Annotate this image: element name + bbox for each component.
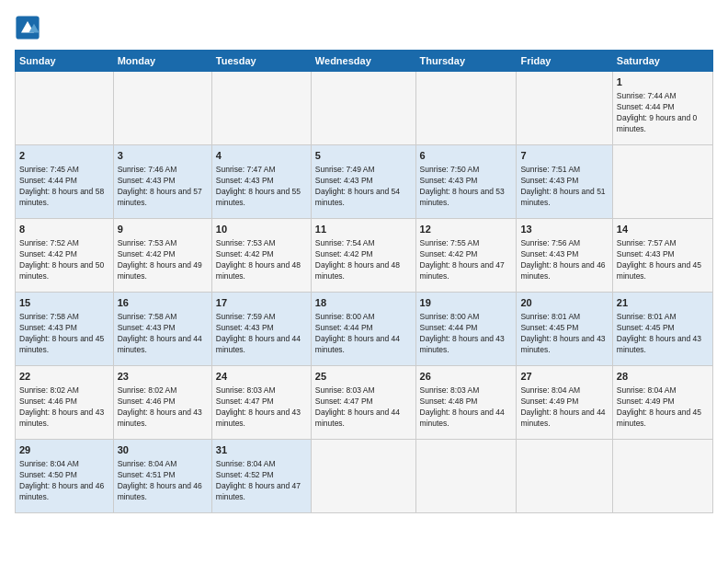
day-number: 2 — [19, 149, 109, 163]
sunset-label: Sunset: 4:43 PM — [118, 176, 176, 185]
daylight-label: Daylight: 8 hours and 46 minutes. — [19, 481, 104, 501]
daylight-label: Daylight: 8 hours and 44 minutes. — [315, 408, 400, 428]
sunset-label: Sunset: 4:49 PM — [520, 396, 578, 406]
sunrise-label: Sunrise: 8:04 AM — [19, 459, 79, 468]
sunset-label: Sunset: 4:51 PM — [118, 470, 176, 479]
calendar-header-cell: Friday — [517, 51, 612, 72]
calendar-body: 1Sunrise: 7:44 AMSunset: 4:44 PMDaylight… — [16, 72, 713, 513]
day-number: 16 — [118, 296, 208, 310]
calendar-day-cell: 8Sunrise: 7:52 AMSunset: 4:42 PMDaylight… — [16, 219, 114, 293]
day-number: 26 — [420, 370, 513, 384]
daylight-label: Daylight: 8 hours and 48 minutes. — [315, 260, 400, 281]
day-number: 12 — [420, 223, 513, 236]
sunrise-label: Sunrise: 8:03 AM — [315, 385, 375, 395]
day-number: 21 — [617, 296, 709, 310]
calendar-day-cell: 5Sunrise: 7:49 AMSunset: 4:43 PMDaylight… — [311, 145, 415, 219]
daylight-label: Daylight: 8 hours and 43 minutes. — [420, 334, 505, 354]
daylight-label: Daylight: 8 hours and 43 minutes. — [520, 334, 605, 354]
day-number: 20 — [520, 296, 608, 310]
day-number: 28 — [617, 370, 709, 384]
sunset-label: Sunset: 4:44 PM — [19, 176, 77, 185]
sunrise-label: Sunrise: 8:04 AM — [216, 459, 276, 468]
day-number: 22 — [19, 370, 109, 384]
calendar-day-cell: 18Sunrise: 8:00 AMSunset: 4:44 PMDayligh… — [311, 293, 415, 366]
daylight-label: Daylight: 8 hours and 45 minutes. — [617, 408, 701, 428]
calendar-day-cell: 19Sunrise: 8:00 AMSunset: 4:44 PMDayligh… — [415, 293, 517, 366]
sunrise-label: Sunrise: 7:50 AM — [420, 165, 480, 174]
calendar-week-row: 22Sunrise: 8:02 AMSunset: 4:46 PMDayligh… — [16, 366, 713, 440]
sunrise-label: Sunrise: 8:04 AM — [520, 385, 580, 395]
calendar-day-cell: 22Sunrise: 8:02 AMSunset: 4:46 PMDayligh… — [16, 366, 114, 440]
sunset-label: Sunset: 4:50 PM — [19, 470, 77, 479]
day-number: 24 — [216, 370, 307, 384]
sunrise-label: Sunrise: 8:00 AM — [315, 312, 375, 321]
calendar-day-cell — [415, 72, 517, 145]
sunrise-label: Sunrise: 7:58 AM — [19, 312, 79, 321]
sunset-label: Sunset: 4:44 PM — [315, 323, 373, 332]
sunset-label: Sunset: 4:42 PM — [19, 249, 77, 259]
calendar-day-cell: 30Sunrise: 8:04 AMSunset: 4:51 PMDayligh… — [113, 440, 211, 513]
day-number: 14 — [617, 223, 709, 236]
sunrise-label: Sunrise: 7:51 AM — [520, 165, 580, 174]
day-number: 17 — [216, 296, 307, 310]
daylight-label: Daylight: 8 hours and 46 minutes. — [118, 481, 202, 501]
day-number: 8 — [19, 223, 109, 236]
calendar-day-cell: 17Sunrise: 7:59 AMSunset: 4:43 PMDayligh… — [211, 293, 311, 366]
sunset-label: Sunset: 4:43 PM — [315, 176, 373, 185]
calendar-day-cell: 13Sunrise: 7:56 AMSunset: 4:43 PMDayligh… — [517, 219, 612, 293]
sunset-label: Sunset: 4:44 PM — [420, 323, 478, 332]
calendar-day-cell: 20Sunrise: 8:01 AMSunset: 4:45 PMDayligh… — [517, 293, 612, 366]
calendar-day-cell — [415, 440, 517, 513]
day-number: 7 — [520, 149, 608, 163]
sunset-label: Sunset: 4:44 PM — [617, 102, 675, 111]
sunrise-label: Sunrise: 7:54 AM — [315, 238, 375, 247]
sunset-label: Sunset: 4:47 PM — [315, 396, 373, 406]
sunrise-label: Sunrise: 8:01 AM — [617, 312, 677, 321]
calendar-day-cell — [517, 440, 612, 513]
calendar-header-cell: Wednesday — [311, 51, 415, 72]
calendar-day-cell: 26Sunrise: 8:03 AMSunset: 4:48 PMDayligh… — [415, 366, 517, 440]
sunset-label: Sunset: 4:42 PM — [216, 249, 274, 259]
calendar-day-cell: 29Sunrise: 8:04 AMSunset: 4:50 PMDayligh… — [16, 440, 114, 513]
sunset-label: Sunset: 4:43 PM — [617, 249, 675, 259]
calendar-day-cell: 12Sunrise: 7:55 AMSunset: 4:42 PMDayligh… — [415, 219, 517, 293]
calendar-day-cell: 16Sunrise: 7:58 AMSunset: 4:43 PMDayligh… — [113, 293, 211, 366]
daylight-label: Daylight: 8 hours and 48 minutes. — [216, 260, 301, 281]
sunset-label: Sunset: 4:42 PM — [420, 249, 478, 259]
day-number: 30 — [118, 443, 208, 457]
sunrise-label: Sunrise: 8:03 AM — [420, 385, 480, 395]
sunset-label: Sunset: 4:46 PM — [19, 396, 77, 406]
calendar-day-cell: 24Sunrise: 8:03 AMSunset: 4:47 PMDayligh… — [211, 366, 311, 440]
day-number: 19 — [420, 296, 513, 310]
day-number: 27 — [520, 370, 608, 384]
daylight-label: Daylight: 8 hours and 44 minutes. — [420, 408, 505, 428]
calendar-header-cell: Thursday — [415, 51, 517, 72]
calendar-header-cell: Tuesday — [211, 51, 311, 72]
sunrise-label: Sunrise: 8:00 AM — [420, 312, 480, 321]
day-number: 11 — [315, 223, 412, 236]
calendar-day-cell: 10Sunrise: 7:53 AMSunset: 4:42 PMDayligh… — [211, 219, 311, 293]
sunrise-label: Sunrise: 8:04 AM — [118, 459, 177, 468]
daylight-label: Daylight: 8 hours and 46 minutes. — [520, 260, 605, 281]
logo — [15, 15, 44, 40]
sunrise-label: Sunrise: 8:04 AM — [617, 385, 677, 395]
calendar-day-cell: 4Sunrise: 7:47 AMSunset: 4:43 PMDaylight… — [211, 145, 311, 219]
day-number: 4 — [216, 149, 307, 163]
sunset-label: Sunset: 4:52 PM — [216, 470, 274, 479]
sunset-label: Sunset: 4:45 PM — [520, 323, 578, 332]
calendar-table: SundayMondayTuesdayWednesdayThursdayFrid… — [15, 50, 713, 513]
calendar-day-cell: 28Sunrise: 8:04 AMSunset: 4:49 PMDayligh… — [612, 366, 712, 440]
calendar-header-cell: Sunday — [16, 51, 114, 72]
day-number: 3 — [118, 149, 208, 163]
daylight-label: Daylight: 8 hours and 44 minutes. — [216, 334, 301, 354]
calendar-week-row: 2Sunrise: 7:45 AMSunset: 4:44 PMDaylight… — [16, 145, 713, 219]
calendar-day-cell: 15Sunrise: 7:58 AMSunset: 4:43 PMDayligh… — [16, 293, 114, 366]
sunrise-label: Sunrise: 7:52 AM — [19, 238, 79, 247]
daylight-label: Daylight: 8 hours and 44 minutes. — [118, 334, 202, 354]
sunset-label: Sunset: 4:42 PM — [315, 249, 373, 259]
daylight-label: Daylight: 8 hours and 43 minutes. — [216, 408, 301, 428]
sunrise-label: Sunrise: 7:58 AM — [118, 312, 177, 321]
daylight-label: Daylight: 8 hours and 53 minutes. — [420, 187, 505, 207]
sunrise-label: Sunrise: 7:47 AM — [216, 165, 276, 174]
calendar-header-cell: Monday — [113, 51, 211, 72]
